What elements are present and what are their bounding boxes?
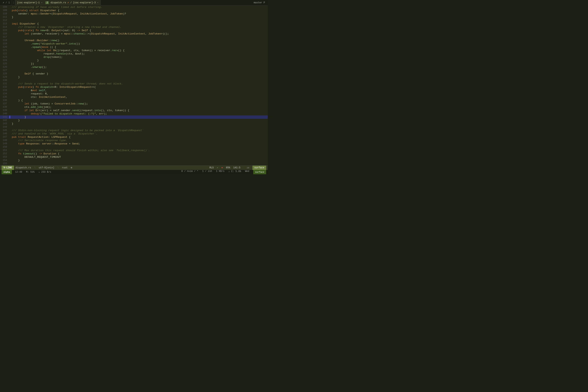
bottom-transfer: ⇣ 233 B/s <box>38 170 51 174</box>
code-content-143: } <box>11 122 268 126</box>
line-number-132: 132 <box>0 86 10 89</box>
code-line-150: 150 <box>0 146 268 149</box>
code-line-144: 144 <box>0 126 268 129</box>
code-content-110: sender: mpsc::Sender<(DispatchRequest, I… <box>11 12 268 16</box>
code-content-132: pub(crate) fn dispatch<R: Into<DispatchR… <box>11 86 268 89</box>
code-line-148: 148 /// Serializable response type. <box>0 139 268 142</box>
code-content-127 <box>11 69 268 72</box>
line-number-147: 147 <box>0 136 10 139</box>
line-number-125: 125 <box>0 62 10 66</box>
bottom-nvim: 0 / nvim / * <box>181 170 198 174</box>
code-line-123: 123 drop(token); <box>0 56 268 59</box>
line-number-144: 144 <box>0 126 10 129</box>
code-line-121: 121 while let Ok((request, ctx, token)) … <box>0 49 268 52</box>
code-content-137: let (job, token) = ConcurrentJob::new(); <box>11 102 268 106</box>
code-line-129: 129 } <box>0 76 268 79</box>
tab-active[interactable]: [coc-explorer]-1 - 2 dispatch.rs ✗ / [co… <box>15 0 100 6</box>
bottom-time: 12:40 <box>15 171 22 174</box>
line-number-113: 113 <box>0 22 10 26</box>
bottom-right: 0 / nvim / * 1 / zsh 1 KB/s ⇣ C: 5.6% We… <box>181 170 266 174</box>
line-number-114: 114 <box>0 26 10 29</box>
code-content-129: } <box>11 76 268 79</box>
code-line-124: 124 } <box>0 59 268 62</box>
code-line-146: 146 /// and handled on the `WORK_POOL` v… <box>0 132 268 136</box>
code-line-122: 122 request.handle(ctx, &out); <box>0 52 268 56</box>
code-content-145: /// Stdin-non-blocking request logic des… <box>11 129 268 132</box>
line-number-150: 150 <box>0 146 10 149</box>
line-number-128: 128 <box>0 72 10 76</box>
line-number-117: 117 <box>0 36 10 39</box>
code-line-154: 154 } <box>0 159 268 162</box>
code-content-119: .name("dispatch-worker".into()) <box>11 42 268 46</box>
line-number-146: 146 <box>0 132 10 136</box>
code-line-147: 147 pub trait RequestAction: LSPRequest … <box>0 136 268 139</box>
line-number-138: 138 <box>0 106 10 109</box>
status-dot: ● <box>222 166 223 169</box>
line-number-122: 122 <box>0 52 10 56</box>
line-number-120: 120 <box>0 46 10 49</box>
code-line-141: 141▌ } <box>0 116 268 119</box>
code-content-121: while let Ok((request, ctx, token)) = re… <box>11 49 268 52</box>
bottom-mode: Alpha <box>2 170 12 174</box>
code-line-125: 125 }) <box>0 62 268 66</box>
line-number-152: 152 <box>0 152 10 156</box>
line-number-133: 133 <box>0 89 10 92</box>
code-content-148: /// Serializable response type. <box>11 139 268 142</box>
code-content-136: ) { <box>11 99 268 102</box>
code-content-113: impl Dispatcher { <box>11 22 268 26</box>
status-surface: surface <box>252 166 266 170</box>
code-line-136: 136 ) { <box>0 99 268 102</box>
bottom-cpu: ⇣ C: 5.6% <box>228 170 241 174</box>
line-number-149: 149 <box>0 142 10 146</box>
code-line-133: 133 &mut self, <box>0 89 268 92</box>
code-line-131: 131 /// Sends a request to the dispatch-… <box>0 82 268 86</box>
code-content-142: } <box>11 119 268 122</box>
status-zoom: 85% <box>226 166 230 169</box>
status-sep2: \ <box>58 166 59 169</box>
status-sep1: \ <box>34 166 36 169</box>
code-content-122: request.handle(ctx, &out); <box>11 52 268 56</box>
code-line-126: 126 .unwrap(); <box>0 66 268 69</box>
branch-label: master ℙ <box>254 1 267 4</box>
code-line-143: 143 } <box>0 122 268 126</box>
tab-1[interactable]: ✗ / 1 <box>1 0 12 6</box>
tab-icon: ✗ <box>68 1 69 4</box>
code-content-128: Self { sender } <box>11 72 268 76</box>
line-number-112: 112 <box>0 19 10 22</box>
status-encoding: utf-8[unix] <box>39 166 54 169</box>
line-number-154: 154 <box>0 159 10 162</box>
code-content-146: /// and handled on the `WORK_POOL` via a… <box>11 132 268 136</box>
code-line-127: 127 <box>0 69 268 72</box>
line-number-134: 134 <box>0 92 10 96</box>
code-line-115: 115 pub(crate) fn new<O: Output>(out: O)… <box>0 29 268 32</box>
tab-number: 2 <box>45 1 49 4</box>
code-line-155: 155 <box>0 162 268 166</box>
code-area: 108 /// processing if have already timed… <box>0 6 268 166</box>
code-content-112 <box>11 19 268 22</box>
code-content-124: } <box>11 59 268 62</box>
line-number-119: 119 <box>0 42 10 46</box>
line-number-135: 135 <box>0 96 10 99</box>
code-content-133: &mut self, <box>11 89 268 92</box>
line-number-118: 118 <box>0 39 10 42</box>
line-number-130: 130 <box>0 79 10 82</box>
code-content-141: } <box>11 116 268 119</box>
code-content-144 <box>11 126 268 129</box>
bottom-jobs: 1 / zsh <box>202 170 212 174</box>
code-line-108: 108 /// processing if have already timed… <box>0 6 268 9</box>
code-line-112: 112 <box>0 19 268 22</box>
code-content-147: pub trait RequestAction: LSPRequest { <box>11 136 268 139</box>
line-number-116: 116 <box>0 32 10 36</box>
code-content-140: debug!("failed to dispatch request: {:?}… <box>11 112 268 116</box>
line-number-137: 137 <box>0 102 10 106</box>
bottom-kb: 1 KB/s <box>216 170 224 174</box>
code-line-135: 135 ctx: InitActionContext, <box>0 96 268 99</box>
bottom-day: Wed <box>245 170 249 174</box>
line-number-109: 109 <box>0 9 10 12</box>
line-number-110: 110 <box>0 12 10 16</box>
code-line-139: 139 if let Err(err) = self.sender.send((… <box>0 109 268 112</box>
line-number-124: 124 <box>0 59 10 62</box>
status-filename: dispatch.rs <box>16 166 31 169</box>
line-number-142: 142 <box>0 119 10 122</box>
code-line-137: 137 let (job, token) = ConcurrentJob::ne… <box>0 102 268 106</box>
